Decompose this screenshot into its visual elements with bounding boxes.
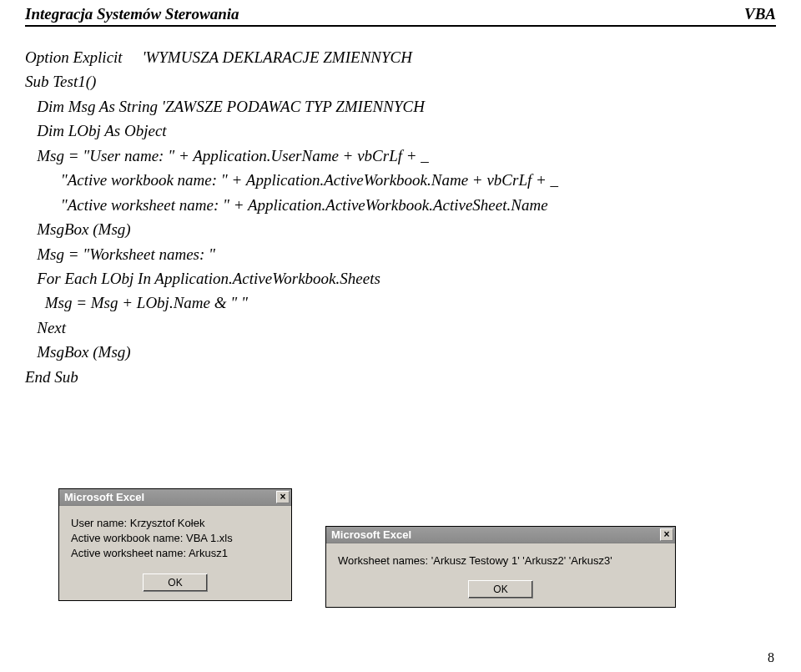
ok-button[interactable]: OK xyxy=(143,573,208,592)
code-line: Msg = "Worksheet names: " xyxy=(25,242,776,266)
code-line: Dim LObj As Object xyxy=(25,119,776,143)
code-line: For Each LObj In Application.ActiveWorkb… xyxy=(25,266,776,291)
header-right: VBA xyxy=(744,5,776,23)
code-token: 'ZAWSZE PODAWAC TYP ZMIENNYCH xyxy=(158,98,425,115)
msgbox-title: Microsoft Excel xyxy=(331,528,411,541)
page-number: 8 xyxy=(768,650,774,665)
msgbox-2: Microsoft Excel × Worksheet names: 'Arku… xyxy=(325,526,676,608)
page-header: Integracja Systemów Sterowania VBA xyxy=(25,0,776,27)
header-left: Integracja Systemów Sterowania xyxy=(25,5,239,23)
msgbox-body: User name: Krzysztof Kołek Active workbo… xyxy=(59,506,291,568)
code-line: "Active worksheet name: " + Application.… xyxy=(25,193,776,217)
msgbox-text-line: User name: Krzysztof Kołek xyxy=(71,516,280,531)
code-line: Sub Test1() xyxy=(25,69,776,93)
code-token: Option Explicit xyxy=(25,48,142,66)
msgbox-button-row: OK xyxy=(326,575,675,607)
msgbox-text-line: Worksheet names: 'Arkusz Testowy 1' 'Ark… xyxy=(338,553,663,568)
code-line: Msg = Msg + LObj.Name & " " xyxy=(25,291,776,315)
ok-button[interactable]: OK xyxy=(468,580,533,599)
code-token: 'WYMUSZA DEKLARACJE ZMIENNYCH xyxy=(142,48,412,66)
msgbox-1: Microsoft Excel × User name: Krzysztof K… xyxy=(58,488,292,601)
msgbox-titlebar: Microsoft Excel × xyxy=(326,527,675,543)
code-line: Next xyxy=(25,316,776,340)
close-icon[interactable]: × xyxy=(660,528,673,541)
msgbox-body: Worksheet names: 'Arkusz Testowy 1' 'Ark… xyxy=(326,543,675,575)
msgbox-text-line: Active workbook name: VBA 1.xls xyxy=(71,531,280,546)
msgbox-titlebar: Microsoft Excel × xyxy=(59,489,291,506)
code-line: MsgBox (Msg) xyxy=(25,217,776,241)
screenshots-area: Microsoft Excel × User name: Krzysztof K… xyxy=(25,488,776,647)
close-icon[interactable]: × xyxy=(276,491,290,503)
msgbox-button-row: OK xyxy=(59,568,291,600)
code-line: "Active workbook name: " + Application.A… xyxy=(25,168,776,192)
code-token: Dim Msg As String xyxy=(25,98,158,115)
msgbox-text-line: Active worksheet name: Arkusz1 xyxy=(71,546,280,561)
code-line: Msg = "User name: " + Application.UserNa… xyxy=(25,144,776,168)
code-block: Option Explicit 'WYMUSZA DEKLARACJE ZMIE… xyxy=(25,45,776,389)
code-line: End Sub xyxy=(25,365,776,389)
code-line: MsgBox (Msg) xyxy=(25,340,776,364)
msgbox-title: Microsoft Excel xyxy=(64,491,144,503)
